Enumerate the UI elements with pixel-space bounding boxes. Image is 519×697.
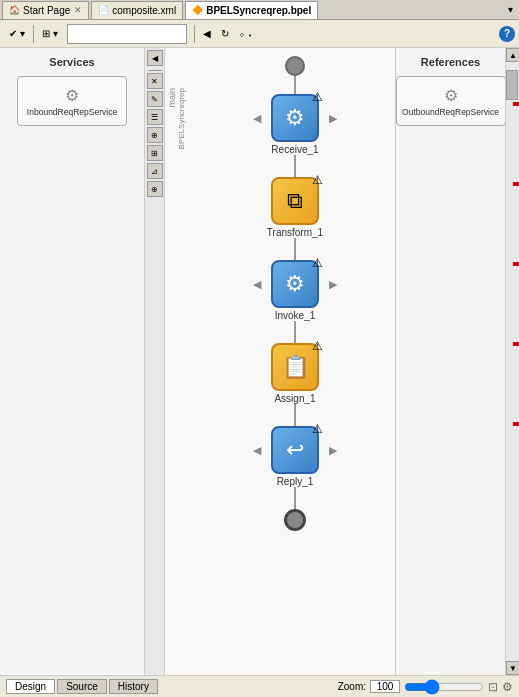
zoom-label: Zoom:: [338, 681, 366, 692]
assign-node[interactable]: 📋 ⚠ Assign_1: [271, 343, 319, 404]
assign-icon-box: 📋 ⚠: [271, 343, 319, 391]
tab-bar: 🏠 Start Page ✕ 📄 composite.xml 🔶 BPELSyn…: [0, 0, 519, 20]
connector-0: [294, 76, 296, 94]
settings-btn[interactable]: ⚙: [502, 680, 513, 694]
receive-icon: ⚙ ⚠: [271, 94, 319, 142]
connector-4: [294, 404, 296, 426]
receive-arrow-left: ◀: [253, 112, 261, 125]
start-circle: [285, 56, 305, 76]
receive-warning: ⚠: [312, 90, 323, 104]
toolbar-box-btn[interactable]: ⊞ ▾: [37, 23, 63, 45]
main-toolbar: ✔ ▾ ⊞ ▾ ◀ ↻ ⬦ ▾ ?: [0, 20, 519, 48]
invoke-activity[interactable]: ◀ ⚙ ⚠ ▶: [271, 260, 319, 308]
invoke-node[interactable]: ◀ ⚙ ⚠ ▶ Invoke_1: [271, 260, 319, 321]
vert-tool-3[interactable]: ☰: [147, 109, 163, 125]
inbound-service-box[interactable]: ⚙ InboundReqRepService: [17, 76, 127, 126]
transform-label: Transform_1: [267, 227, 323, 238]
reply-warning: ⚠: [312, 422, 323, 436]
canvas-area: main BPELSyncreqrep ◀ ⚙ ⚠ ▶ Receive_1: [165, 48, 395, 675]
reply-arrow-right: ▶: [329, 444, 337, 457]
invoke-label: Invoke_1: [275, 310, 316, 321]
reply-activity[interactable]: ◀ ↩ ⚠ ▶: [271, 426, 319, 474]
receive-node[interactable]: ◀ ⚙ ⚠ ▶ Receive_1: [271, 94, 319, 155]
bpel-icon: 🔶: [192, 5, 203, 15]
scroll-down-btn[interactable]: ▼: [506, 661, 519, 675]
bpel-flow: ◀ ⚙ ⚠ ▶ Receive_1 ⧉ ⚠ Tran: [195, 48, 395, 675]
scroll-thumb[interactable]: [506, 70, 518, 100]
zoom-area: Zoom: ⊡ ⚙: [338, 679, 513, 695]
scroll-track[interactable]: [506, 62, 519, 661]
outbound-gear-icon: ⚙: [444, 86, 458, 105]
tab-design[interactable]: Design: [6, 679, 55, 694]
help-button[interactable]: ?: [499, 26, 515, 42]
transform-node[interactable]: ⧉ ⚠ Transform_1: [267, 177, 323, 238]
vert-tool-1[interactable]: ✕: [147, 73, 163, 89]
toolbar-check-btn[interactable]: ✔ ▾: [4, 23, 30, 45]
red-marker-1: [513, 102, 519, 106]
tab-composite[interactable]: 📄 composite.xml: [91, 1, 183, 19]
vert-tool-4[interactable]: ⊕: [147, 127, 163, 143]
fit-btn[interactable]: ⊡: [488, 680, 498, 694]
toolbar-dropdown[interactable]: [67, 24, 187, 44]
references-title: References: [421, 56, 480, 68]
tab-bpel[interactable]: 🔶 BPELSyncreqrep.bpel: [185, 1, 318, 19]
connector-5: [294, 487, 296, 509]
toolbar-sep-1: [33, 25, 34, 43]
inbound-service-label: InboundReqRepService: [27, 107, 117, 117]
main-area: Services ⚙ InboundReqRepService ◀ ✕ ✎ ☰ …: [0, 48, 519, 675]
services-title: Services: [49, 56, 94, 68]
reply-node[interactable]: ◀ ↩ ⚠ ▶ Reply_1: [271, 426, 319, 487]
tab-history[interactable]: History: [109, 679, 158, 694]
transform-icon: ⧉: [287, 188, 303, 214]
scroll-up-btn[interactable]: ▲: [506, 48, 519, 62]
transform-icon-box: ⧉ ⚠: [271, 177, 319, 225]
connector-3: [294, 321, 296, 343]
toolbar-back-btn[interactable]: ◀: [198, 23, 216, 45]
invoke-warning: ⚠: [312, 256, 323, 270]
tab-start-page[interactable]: 🏠 Start Page ✕: [2, 1, 89, 19]
toolbar-refresh-btn[interactable]: ↻: [216, 23, 234, 45]
inbound-gear-icon: ⚙: [65, 86, 79, 105]
zoom-input[interactable]: [370, 680, 400, 693]
assign-icon: 📋: [282, 354, 309, 380]
services-panel: Services ⚙ InboundReqRepService: [0, 48, 145, 675]
references-panel: References ⚙ OutboundReqRepService: [395, 48, 505, 675]
reply-icon: ↩: [286, 437, 304, 463]
outbound-service-label: OutboundReqRepService: [402, 107, 499, 117]
assign-label: Assign_1: [274, 393, 315, 404]
reply-label: Reply_1: [277, 476, 314, 487]
transform-warning: ⚠: [312, 173, 323, 187]
connector-1: [294, 155, 296, 177]
status-bar: Design Source History Zoom: ⊡ ⚙: [0, 675, 519, 697]
tab-source[interactable]: Source: [57, 679, 107, 694]
assign-activity[interactable]: 📋 ⚠: [271, 343, 319, 391]
invoke-arrow-right: ▶: [329, 278, 337, 291]
red-marker-5: [513, 422, 519, 426]
vert-tool-7[interactable]: ⊕: [147, 181, 163, 197]
tab-composite-label: composite.xml: [112, 5, 176, 16]
receive-gear: ⚙: [285, 105, 305, 131]
vert-tool-6[interactable]: ⊿: [147, 163, 163, 179]
zoom-slider[interactable]: [404, 679, 484, 695]
start-page-icon: 🏠: [9, 5, 20, 15]
invoke-icon-box: ⚙ ⚠: [271, 260, 319, 308]
transform-activity[interactable]: ⧉ ⚠: [271, 177, 319, 225]
toolbar-nav-btn[interactable]: ⬦ ▾: [234, 23, 259, 45]
scrollbar: ▲ ▼: [505, 48, 519, 675]
tab-overflow-btn[interactable]: ▾: [504, 4, 517, 15]
invoke-gear: ⚙: [285, 271, 305, 297]
vert-collapse-btn[interactable]: ◀: [147, 50, 163, 66]
status-tabs: Design Source History: [6, 679, 158, 694]
vert-tool-5[interactable]: ⊞: [147, 145, 163, 161]
vert-tool-2[interactable]: ✎: [147, 91, 163, 107]
outbound-service-box[interactable]: ⚙ OutboundReqRepService: [396, 76, 506, 126]
red-marker-3: [513, 262, 519, 266]
canvas-bpel-label: BPELSyncreqrep: [177, 88, 186, 149]
tab-start-page-label: Start Page: [23, 5, 70, 16]
receive-activity[interactable]: ◀ ⚙ ⚠ ▶: [271, 94, 319, 142]
vert-toolbar: ◀ ✕ ✎ ☰ ⊕ ⊞ ⊿ ⊕: [145, 48, 165, 675]
tab-start-page-close[interactable]: ✕: [74, 5, 82, 15]
canvas-main-label: main: [167, 88, 177, 108]
start-node: [285, 56, 305, 76]
composite-icon: 📄: [98, 5, 109, 15]
